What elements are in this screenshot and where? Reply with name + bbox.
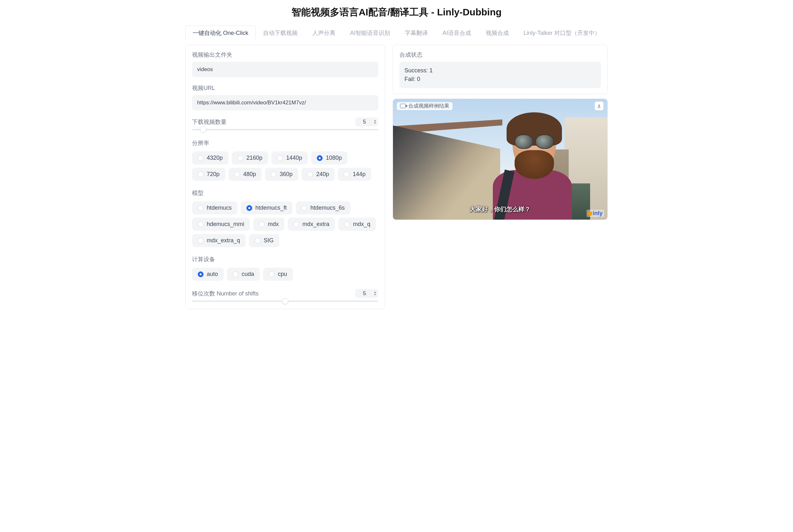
page-title: 智能视频多语言AI配音/翻译工具 - Linly-Dubbing — [185, 6, 608, 19]
model-option-label: mdx — [268, 221, 279, 228]
download-icon — [597, 104, 601, 108]
model-label: 模型 — [192, 189, 378, 197]
resolution-option-144p[interactable]: 144p — [338, 168, 371, 181]
model-option-SIG[interactable]: SIG — [249, 234, 279, 247]
device-option-cuda[interactable]: cuda — [227, 268, 260, 281]
video-preview-label: 合成视频样例结果 — [397, 102, 452, 110]
radio-icon — [246, 205, 252, 211]
resolution-option-label: 1080p — [326, 155, 342, 161]
model-option-label: SIG — [264, 237, 274, 244]
device-option-label: cpu — [278, 271, 287, 278]
radio-icon — [317, 155, 323, 161]
model-option-hdemucs_mmi[interactable]: hdemucs_mmi — [192, 218, 250, 231]
stepper-icon[interactable]: ▲▼ — [374, 119, 376, 125]
resolution-option-label: 360p — [280, 171, 292, 178]
resolution-option-label: 4320p — [207, 155, 223, 161]
radio-icon — [198, 172, 204, 177]
model-option-label: htdemucs_ft — [255, 205, 287, 211]
radio-icon — [344, 172, 349, 177]
model-option-mdx_extra[interactable]: mdx_extra — [288, 218, 335, 231]
status-panel: 合成状态 Success: 1 Fail: 0 — [393, 45, 608, 94]
video-watermark: inly — [586, 210, 604, 217]
resolution-option-label: 720p — [207, 171, 219, 178]
model-option-htdemucs_ft[interactable]: htdemucs_ft — [241, 201, 292, 214]
model-option-label: mdx_extra — [303, 221, 329, 228]
stepper-icon[interactable]: ▲▼ — [374, 291, 376, 296]
device-option-label: auto — [207, 271, 218, 278]
download-count-label: 下载视频数量 — [192, 118, 227, 126]
video-url-label: 视频URL — [192, 84, 378, 92]
resolution-option-2160p[interactable]: 2160p — [232, 151, 268, 165]
tab-bar: 一键自动化 One-Click自动下载视频人声分离AI智能语音识别字幕翻译AI语… — [185, 25, 608, 40]
radio-icon — [277, 155, 283, 161]
radio-icon — [198, 155, 204, 161]
tab-6[interactable]: 视频合成 — [479, 25, 516, 40]
radio-icon — [198, 222, 204, 227]
output-folder-input[interactable] — [192, 62, 378, 77]
resolution-option-480p[interactable]: 480p — [229, 168, 262, 181]
model-option-mdx_q[interactable]: mdx_q — [338, 218, 376, 231]
radio-icon — [255, 238, 260, 244]
radio-icon — [198, 238, 204, 244]
radio-icon — [198, 271, 204, 277]
device-option-label: cuda — [241, 271, 254, 278]
shifts-value[interactable]: 5 ▲▼ — [355, 289, 378, 298]
tab-4[interactable]: 字幕翻译 — [398, 25, 435, 40]
video-preview-panel: 合成视频样例结果 — [393, 99, 608, 220]
resolution-group: 4320p2160p1440p1080p720p480p360p240p144p — [192, 151, 378, 181]
model-option-label: mdx_extra_q — [207, 237, 240, 244]
resolution-option-4320p[interactable]: 4320p — [192, 151, 229, 165]
download-count-slider[interactable] — [192, 129, 378, 130]
model-group: htdemucshtdemucs_fthtdemucs_6shdemucs_mm… — [192, 201, 378, 247]
device-group: autocudacpu — [192, 268, 378, 281]
resolution-option-label: 240p — [316, 171, 329, 178]
download-count-value[interactable]: 5 ▲▼ — [355, 117, 378, 127]
resolution-option-720p[interactable]: 720p — [192, 168, 225, 181]
tab-0[interactable]: 一键自动化 One-Click — [185, 25, 256, 40]
resolution-option-label: 144p — [353, 171, 365, 178]
tab-3[interactable]: AI智能语音识别 — [343, 25, 398, 40]
radio-icon — [307, 172, 313, 177]
resolution-option-label: 480p — [243, 171, 256, 178]
resolution-option-240p[interactable]: 240p — [302, 168, 335, 181]
radio-icon — [293, 222, 299, 227]
radio-icon — [234, 172, 240, 177]
status-text: Success: 1 Fail: 0 — [399, 62, 601, 88]
output-folder-label: 视频输出文件夹 — [192, 51, 378, 59]
video-icon — [400, 104, 406, 108]
model-option-label: htdemucs_6s — [310, 205, 345, 211]
video-preview[interactable]: 大家好，你们怎么样？ inly — [393, 99, 607, 220]
slider-thumb[interactable] — [200, 127, 207, 133]
video-preview-label-text: 合成视频样例结果 — [408, 103, 449, 110]
resolution-option-1080p[interactable]: 1080p — [311, 151, 348, 165]
model-option-label: mdx_q — [353, 221, 370, 228]
radio-icon — [344, 222, 350, 227]
radio-icon — [302, 205, 307, 211]
settings-panel: 视频输出文件夹 视频URL 下载视频数量 5 ▲▼ 分辨率 4320p2160p… — [185, 45, 385, 309]
device-option-cpu[interactable]: cpu — [263, 268, 293, 281]
model-option-mdx[interactable]: mdx — [253, 218, 285, 231]
device-option-auto[interactable]: auto — [192, 268, 224, 281]
shifts-slider[interactable] — [192, 301, 378, 302]
tab-5[interactable]: AI语音合成 — [435, 25, 479, 40]
download-button[interactable] — [595, 101, 603, 110]
tab-1[interactable]: 自动下载视频 — [256, 25, 305, 40]
slider-thumb[interactable] — [282, 298, 288, 304]
status-fail: Fail: 0 — [405, 75, 596, 83]
radio-icon — [259, 222, 265, 227]
tab-7[interactable]: Linly-Talker 对口型（开发中） — [516, 25, 608, 40]
radio-icon — [233, 271, 238, 277]
download-count-number: 5 — [363, 119, 366, 125]
resolution-option-1440p[interactable]: 1440p — [271, 151, 308, 165]
status-label: 合成状态 — [399, 51, 601, 59]
video-url-input[interactable] — [192, 95, 378, 110]
radio-icon — [237, 155, 243, 161]
resolution-option-360p[interactable]: 360p — [265, 168, 298, 181]
model-option-htdemucs_6s[interactable]: htdemucs_6s — [296, 201, 350, 214]
model-option-mdx_extra_q[interactable]: mdx_extra_q — [192, 234, 246, 247]
model-option-htdemucs[interactable]: htdemucs — [192, 201, 237, 214]
tab-2[interactable]: 人声分离 — [305, 25, 343, 40]
resolution-label: 分辨率 — [192, 139, 378, 147]
resolution-option-label: 2160p — [246, 155, 263, 161]
model-option-label: htdemucs — [207, 205, 232, 211]
